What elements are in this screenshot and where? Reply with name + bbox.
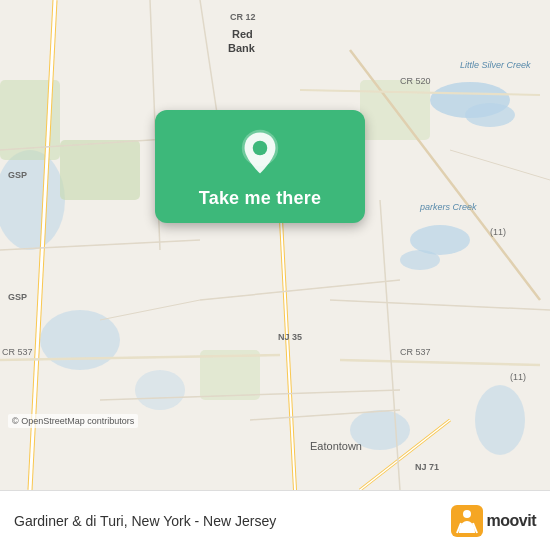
svg-line-30 bbox=[200, 280, 400, 300]
svg-line-20 bbox=[340, 360, 540, 365]
svg-text:GSP: GSP bbox=[8, 292, 27, 302]
svg-text:CR 537: CR 537 bbox=[400, 347, 431, 357]
svg-line-32 bbox=[100, 300, 200, 320]
svg-line-33 bbox=[450, 150, 550, 180]
map-container: CR 12 CR 520 Little Silver Creek GSP GSP… bbox=[0, 0, 550, 490]
svg-text:CR 520: CR 520 bbox=[400, 76, 431, 86]
svg-text:Red: Red bbox=[232, 28, 253, 40]
svg-text:Little Silver Creek: Little Silver Creek bbox=[460, 60, 531, 70]
svg-line-16 bbox=[280, 200, 295, 490]
svg-point-4 bbox=[0, 150, 65, 250]
svg-point-50 bbox=[253, 141, 268, 156]
location-card: Take me there bbox=[155, 110, 365, 223]
svg-text:Eatontown: Eatontown bbox=[310, 440, 362, 452]
location-label: Gardiner & di Turi, New York - New Jerse… bbox=[14, 513, 451, 529]
svg-point-6 bbox=[135, 370, 185, 410]
svg-text:GSP: GSP bbox=[8, 170, 27, 180]
location-pin-icon bbox=[235, 128, 285, 178]
bottom-bar: Gardiner & di Turi, New York - New Jerse… bbox=[0, 490, 550, 550]
moovit-app-name: moovit bbox=[487, 512, 536, 530]
copyright-text: © OpenStreetMap contributors bbox=[8, 414, 138, 428]
take-me-there-button[interactable]: Take me there bbox=[199, 188, 321, 209]
svg-text:parkers Creek: parkers Creek bbox=[419, 202, 477, 212]
svg-point-5 bbox=[40, 310, 120, 370]
svg-text:NJ 35: NJ 35 bbox=[278, 332, 302, 342]
svg-point-8 bbox=[475, 385, 525, 455]
svg-text:(11): (11) bbox=[490, 227, 506, 237]
moovit-brand-icon bbox=[451, 505, 483, 537]
svg-text:CR 537: CR 537 bbox=[2, 347, 33, 357]
svg-text:NJ 71: NJ 71 bbox=[415, 462, 439, 472]
svg-point-1 bbox=[465, 103, 515, 127]
svg-line-29 bbox=[330, 300, 550, 310]
svg-rect-9 bbox=[60, 140, 140, 200]
svg-text:(11): (11) bbox=[510, 372, 526, 382]
svg-text:CR 12: CR 12 bbox=[230, 12, 256, 22]
svg-point-3 bbox=[400, 250, 440, 270]
svg-text:Bank: Bank bbox=[228, 42, 256, 54]
svg-point-52 bbox=[463, 510, 471, 518]
moovit-logo: moovit bbox=[451, 505, 536, 537]
